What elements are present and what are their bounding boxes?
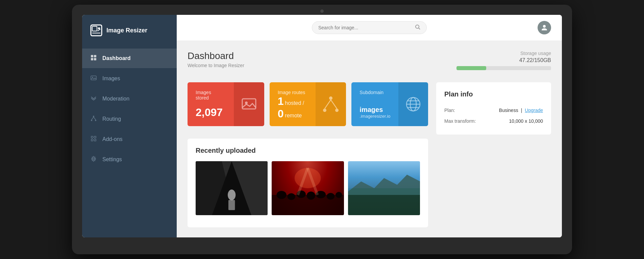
settings-icon xyxy=(90,156,97,163)
sidebar-logo: Image Resizer xyxy=(82,15,177,46)
right-panel: Plan info Plan: Business | Upgrade Max t… xyxy=(436,82,551,227)
storage-bar-fill xyxy=(456,66,486,70)
sidebar-item-routing-label: Routing xyxy=(102,116,121,122)
upgrade-link[interactable]: Upgrade xyxy=(525,108,543,113)
svg-line-16 xyxy=(92,117,94,120)
app-name: Image Resizer xyxy=(106,27,147,34)
svg-rect-1 xyxy=(92,26,97,31)
stat-card-left-images: Images stored 2,097 xyxy=(188,82,234,126)
svg-point-24 xyxy=(329,96,332,100)
svg-point-26 xyxy=(335,109,339,112)
stat-card-subdomain[interactable]: Subdomain images .imageresizer.io xyxy=(351,82,428,126)
stats-row: Images stored 2,097 xyxy=(188,82,428,130)
stat-card-right-subdomain xyxy=(398,82,428,126)
stat-card-images-stored[interactable]: Images stored 2,097 xyxy=(188,82,264,126)
image-thumb-3[interactable] xyxy=(348,161,420,215)
image-overlay-2 xyxy=(272,161,344,215)
moderation-icon xyxy=(90,95,97,103)
subdomain-url: .imageresizer.io xyxy=(360,114,390,119)
logo-icon xyxy=(90,24,102,36)
svg-line-28 xyxy=(331,100,337,109)
svg-point-25 xyxy=(323,109,326,112)
sidebar-item-settings-label: Settings xyxy=(102,156,122,163)
page-header: Dashboard Welcome to Image Resizer xyxy=(188,51,428,74)
stat-sub-routes: 1 hosted / 0 remote xyxy=(278,95,308,120)
stat-card-left-subdomain: Subdomain images .imageresizer.io xyxy=(351,82,398,126)
storage-label: Storage usage xyxy=(436,51,551,56)
routes-stat-icon xyxy=(322,95,340,113)
sidebar-item-images-label: Images xyxy=(102,76,120,82)
image-overlay-1 xyxy=(196,161,268,215)
sidebar-item-dashboard[interactable]: Dashboard xyxy=(82,49,177,68)
search-input[interactable] xyxy=(318,25,412,30)
svg-point-37 xyxy=(228,190,236,200)
sidebar-item-routing[interactable]: Routing xyxy=(82,109,177,129)
stat-label-routes: Image routes xyxy=(278,90,308,95)
max-transform-row: Max transform: 10,000 x 10,000 xyxy=(444,116,543,126)
subdomain-value: images xyxy=(360,106,390,114)
sidebar: Image Resizer Dashboard xyxy=(82,15,177,237)
svg-line-20 xyxy=(419,28,420,29)
max-transform-value: 10,000 x 10,000 xyxy=(509,118,543,124)
stat-card-right-images xyxy=(234,82,264,126)
search-bar[interactable] xyxy=(312,21,427,34)
images-grid xyxy=(196,161,420,215)
max-transform-label: Max transform: xyxy=(444,118,476,124)
svg-point-15 xyxy=(95,120,96,121)
image-overlay-3 xyxy=(348,161,420,215)
globe-stat-icon xyxy=(404,95,422,113)
laptop-frame: Image Resizer Dashboard xyxy=(72,5,572,254)
plan-value-row: Business | Upgrade xyxy=(499,108,543,113)
svg-point-14 xyxy=(91,120,92,121)
user-avatar[interactable] xyxy=(538,21,551,34)
laptop-screen: Image Resizer Dashboard xyxy=(82,15,562,237)
svg-rect-52 xyxy=(348,161,420,188)
svg-point-43 xyxy=(307,192,315,200)
sidebar-item-images[interactable]: Images xyxy=(82,69,177,88)
camera-dot xyxy=(320,9,324,13)
dashboard-icon xyxy=(90,55,97,62)
svg-point-13 xyxy=(93,116,94,117)
separator: | xyxy=(521,108,522,113)
svg-rect-8 xyxy=(94,58,96,60)
svg-point-21 xyxy=(543,25,546,28)
plan-info-title: Plan info xyxy=(444,90,543,98)
storage-value: 47.22/150GB xyxy=(436,57,551,63)
page-subtitle: Welcome to Image Resizer xyxy=(188,63,428,68)
svg-rect-5 xyxy=(91,55,93,57)
sidebar-item-settings[interactable]: Settings xyxy=(82,150,177,169)
sidebar-item-moderation-label: Moderation xyxy=(102,96,129,102)
svg-rect-7 xyxy=(91,58,93,60)
routing-icon xyxy=(90,115,97,123)
main-content: Dashboard Welcome to Image Resizer Stora… xyxy=(177,15,562,237)
image-stat-icon xyxy=(240,95,258,113)
page-title: Dashboard xyxy=(188,51,428,61)
stat-card-right-routes xyxy=(316,82,346,126)
stat-card-image-routes[interactable]: Image routes 1 hosted / 0 remote xyxy=(270,82,346,126)
plan-label: Plan: xyxy=(444,108,455,113)
svg-point-41 xyxy=(288,193,295,200)
image-thumb-2[interactable] xyxy=(272,161,344,215)
svg-point-18 xyxy=(93,158,95,160)
plan-row: Plan: Business | Upgrade xyxy=(444,105,543,116)
page-body: Dashboard Welcome to Image Resizer Stora… xyxy=(177,40,562,237)
plan-info-card: Plan info Plan: Business | Upgrade Max t… xyxy=(436,82,551,135)
svg-point-45 xyxy=(327,193,335,200)
search-icon xyxy=(415,24,420,31)
svg-point-40 xyxy=(277,191,287,199)
sidebar-item-addons[interactable]: Add-ons xyxy=(82,130,177,149)
svg-rect-51 xyxy=(348,188,420,195)
svg-point-19 xyxy=(416,25,419,28)
stat-label-subdomain: Subdomain xyxy=(360,90,390,95)
recently-uploaded-section: Recently uploaded xyxy=(188,139,428,227)
svg-point-10 xyxy=(92,77,93,78)
plan-value: Business xyxy=(499,108,518,113)
sidebar-item-dashboard-label: Dashboard xyxy=(102,55,131,61)
image-thumb-1[interactable] xyxy=(196,161,268,215)
images-icon xyxy=(90,75,97,82)
svg-line-27 xyxy=(325,100,331,109)
sidebar-item-moderation[interactable]: Moderation xyxy=(82,89,177,109)
sidebar-item-addons-label: Add-ons xyxy=(102,136,123,142)
svg-rect-38 xyxy=(228,200,235,210)
svg-rect-22 xyxy=(242,99,256,109)
